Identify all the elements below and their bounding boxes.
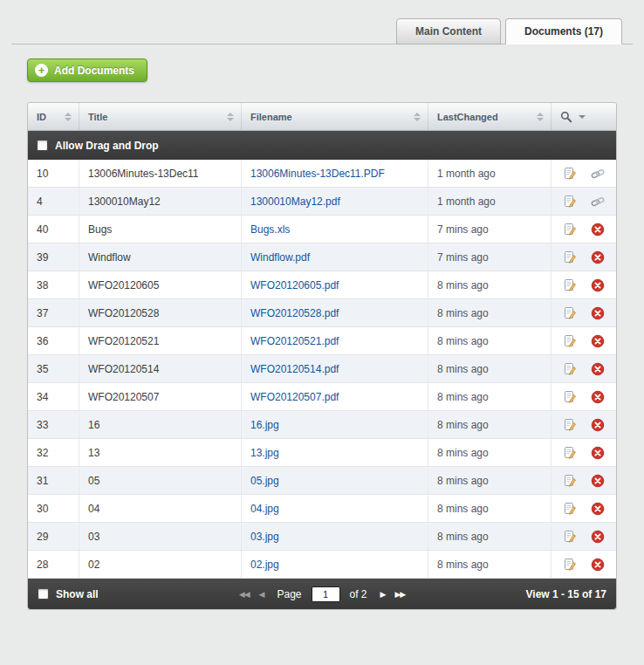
sort-icon xyxy=(537,113,544,121)
cell-title: WFO20120507 xyxy=(79,383,242,410)
delete-icon[interactable] xyxy=(591,446,605,460)
cell-title: WFO20120605 xyxy=(79,271,242,298)
delete-icon[interactable] xyxy=(591,223,605,237)
filename-link[interactable]: 13006Minutes-13Dec11.PDF xyxy=(250,168,385,180)
edit-icon[interactable] xyxy=(563,530,577,544)
cell-id: 33 xyxy=(28,411,79,438)
allow-drag-drop-checkbox[interactable] xyxy=(37,140,48,151)
show-all-checkbox[interactable] xyxy=(38,588,49,600)
column-header-id[interactable]: ID xyxy=(28,103,79,130)
cell-title: Windflow xyxy=(79,243,242,271)
chain-link-icon[interactable] xyxy=(591,167,605,181)
filename-link[interactable]: WFO20120528.pdf xyxy=(250,307,339,319)
cell-filename: 02.jpg xyxy=(242,551,428,578)
delete-icon[interactable] xyxy=(591,474,605,488)
cell-actions xyxy=(552,411,616,438)
cell-actions xyxy=(552,271,616,298)
drag-drop-label: Allow Drag and Drop xyxy=(55,140,159,152)
cell-title: 1300010May12 xyxy=(79,188,242,215)
delete-icon[interactable] xyxy=(591,502,605,516)
cell-id: 4 xyxy=(28,188,79,215)
prev-page-button[interactable]: ◀ xyxy=(259,590,264,599)
delete-icon[interactable] xyxy=(591,362,605,376)
column-header-filename[interactable]: Filename xyxy=(242,103,428,130)
table-footer: Show all ◀◀ ◀ Page of 2 ▶ ▶▶ View 1 - 15… xyxy=(28,579,616,609)
cell-title: 16 xyxy=(79,411,242,438)
cell-lastchanged: 8 mins ago xyxy=(428,467,552,494)
chain-link-icon[interactable] xyxy=(591,195,605,209)
cell-filename: 16.jpg xyxy=(242,411,428,438)
column-header-search[interactable] xyxy=(552,103,616,130)
cell-title: 04 xyxy=(79,495,242,522)
cell-actions xyxy=(552,188,616,215)
filename-link[interactable]: 02.jpg xyxy=(250,559,279,571)
column-header-lastchanged[interactable]: LastChanged xyxy=(428,103,552,130)
table-row: 1013006Minutes-13Dec1113006Minutes-13Dec… xyxy=(28,160,616,188)
search-icon xyxy=(560,111,572,123)
cell-id: 10 xyxy=(28,160,79,187)
column-label: Filename xyxy=(250,112,292,122)
cell-id: 35 xyxy=(28,355,79,382)
table-row: 321313.jpg8 mins ago xyxy=(28,439,616,467)
cell-id: 34 xyxy=(28,383,79,410)
cell-id: 38 xyxy=(28,271,79,298)
delete-icon[interactable] xyxy=(591,390,605,404)
filename-link[interactable]: 16.jpg xyxy=(250,419,279,431)
cell-lastchanged: 8 mins ago xyxy=(428,523,552,550)
column-header-title[interactable]: Title xyxy=(79,103,242,130)
cell-lastchanged: 7 mins ago xyxy=(428,216,552,243)
edit-icon[interactable] xyxy=(563,558,577,572)
sort-icon xyxy=(227,113,234,121)
delete-icon[interactable] xyxy=(591,418,605,432)
cell-title: WFO20120514 xyxy=(79,355,242,382)
filename-link[interactable]: Windflow.pdf xyxy=(250,251,310,264)
filename-link[interactable]: Bugs.xls xyxy=(250,223,290,236)
filename-link[interactable]: 04.jpg xyxy=(250,503,279,515)
next-page-button[interactable]: ▶ xyxy=(380,590,386,599)
filename-link[interactable]: WFO20120507.pdf xyxy=(250,391,339,403)
filename-link[interactable]: 03.jpg xyxy=(250,531,279,543)
last-page-button[interactable]: ▶▶ xyxy=(394,590,405,599)
edit-icon[interactable] xyxy=(563,223,577,237)
edit-icon[interactable] xyxy=(563,418,577,432)
edit-icon[interactable] xyxy=(563,474,577,488)
edit-icon[interactable] xyxy=(563,195,577,209)
filename-link[interactable]: WFO20120514.pdf xyxy=(250,363,339,375)
tab-main-content[interactable]: Main Content xyxy=(396,18,501,45)
cell-filename: WFO20120507.pdf xyxy=(242,383,428,410)
edit-icon[interactable] xyxy=(563,334,577,348)
filename-link[interactable]: WFO20120521.pdf xyxy=(250,335,339,347)
edit-icon[interactable] xyxy=(563,167,577,181)
edit-icon[interactable] xyxy=(563,502,577,516)
edit-icon[interactable] xyxy=(563,250,577,264)
edit-icon[interactable] xyxy=(563,390,577,404)
cell-actions xyxy=(552,495,616,522)
table-row: 331616.jpg8 mins ago xyxy=(28,411,616,439)
cell-actions xyxy=(552,160,616,187)
cell-actions xyxy=(552,299,616,326)
filename-link[interactable]: 05.jpg xyxy=(250,475,279,487)
edit-icon[interactable] xyxy=(563,278,577,292)
filename-link[interactable]: 13.jpg xyxy=(250,447,279,459)
cell-title: WFO20120528 xyxy=(79,299,242,326)
delete-icon[interactable] xyxy=(591,250,605,264)
tab-documents[interactable]: Documents (17) xyxy=(505,18,622,45)
add-documents-button[interactable]: + Add Documents xyxy=(27,58,147,82)
sort-icon xyxy=(414,113,421,121)
edit-icon[interactable] xyxy=(563,306,577,320)
delete-icon[interactable] xyxy=(591,334,605,348)
table-body: 1013006Minutes-13Dec1113006Minutes-13Dec… xyxy=(28,160,616,579)
page-number-input[interactable] xyxy=(312,586,340,602)
first-page-button[interactable]: ◀◀ xyxy=(239,590,250,599)
filename-link[interactable]: WFO20120605.pdf xyxy=(250,279,339,291)
delete-icon[interactable] xyxy=(591,530,605,544)
edit-icon[interactable] xyxy=(563,446,577,460)
filename-link[interactable]: 1300010May12.pdf xyxy=(250,195,340,208)
cell-filename: WFO20120605.pdf xyxy=(242,271,428,298)
delete-icon[interactable] xyxy=(591,278,605,292)
edit-icon[interactable] xyxy=(563,362,577,376)
cell-title: 13 xyxy=(79,439,242,466)
table-row: 300404.jpg8 mins ago xyxy=(28,495,616,523)
delete-icon[interactable] xyxy=(591,558,605,572)
delete-icon[interactable] xyxy=(591,306,605,320)
